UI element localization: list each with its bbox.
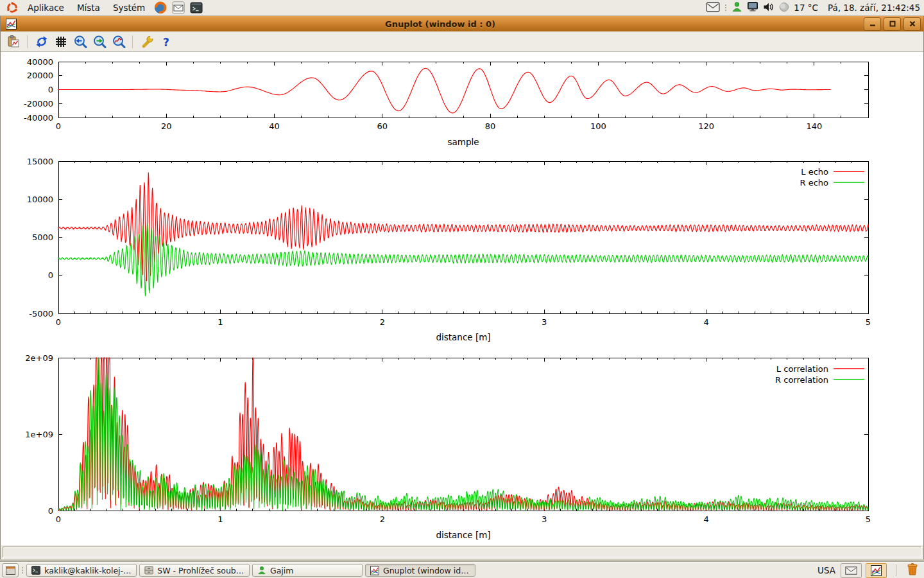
- tray-handle[interactable]: [724, 4, 727, 11]
- svg-text:4: 4: [703, 514, 708, 524]
- terminal-launcher-icon[interactable]: [189, 1, 203, 15]
- unzoom-icon[interactable]: [110, 33, 127, 50]
- close-button[interactable]: [903, 17, 921, 31]
- window-statusbar: [1, 545, 923, 559]
- series-chirp: [58, 68, 830, 113]
- svg-text:-5000: -5000: [29, 309, 53, 319]
- svg-text:2: 2: [380, 317, 385, 327]
- plot-canvas[interactable]: 020406080100120140-40000-200000200004000…: [1, 52, 923, 545]
- svg-text:0: 0: [56, 121, 61, 131]
- mail-launcher-icon[interactable]: [171, 1, 185, 15]
- maximize-button[interactable]: [884, 17, 901, 31]
- taskbar-right: USA: [817, 562, 922, 578]
- svg-text:?: ?: [163, 35, 169, 48]
- window-title: Gnuplot (window id : 0): [19, 19, 861, 29]
- svg-text:-40000: -40000: [24, 113, 53, 123]
- keyboard-layout-indicator[interactable]: USA: [817, 565, 835, 575]
- svg-text:5000: 5000: [32, 232, 53, 242]
- top-panel: Aplikace Místa Systém: [0, 0, 924, 16]
- gnuplot-toolbar: ?: [1, 31, 923, 52]
- menu-places[interactable]: Místa: [71, 1, 106, 14]
- task-label: Gnuplot (window id : 0): [383, 566, 470, 575]
- series-r-correlation: [58, 358, 868, 511]
- terminal-icon: [31, 566, 40, 575]
- mail-notify-icon[interactable]: [841, 563, 862, 578]
- trash-icon[interactable]: [905, 562, 920, 578]
- svg-text:20: 20: [161, 121, 172, 131]
- task-file-manager[interactable]: SW - Prohlížeč souborů: [139, 564, 250, 577]
- toolbar-separator: [27, 35, 28, 48]
- plots-svg: 020406080100120140-40000-200000200004000…: [1, 52, 924, 545]
- svg-text:10000: 10000: [27, 195, 53, 204]
- desktop: Aplikace Místa Systém: [0, 0, 924, 578]
- file-manager-icon: [144, 566, 153, 575]
- svg-text:distance [m]: distance [m]: [436, 332, 490, 342]
- ubuntu-logo-icon[interactable]: [5, 1, 19, 15]
- svg-text:R correlation: R correlation: [775, 375, 828, 385]
- statusbar-message: [3, 547, 921, 557]
- svg-text:1e+09: 1e+09: [25, 430, 53, 439]
- chart-correlation: 01234501e+092e+09distance [m]L correlati…: [25, 353, 871, 541]
- gnuplot-notify-icon[interactable]: [866, 563, 887, 578]
- firefox-launcher-icon[interactable]: [153, 1, 167, 15]
- svg-text:0: 0: [56, 514, 61, 524]
- task-terminal[interactable]: kaklik@kaklik-kolej-u...: [26, 564, 137, 577]
- display-tray-icon[interactable]: [747, 1, 758, 14]
- task-label: Gajim: [270, 566, 293, 575]
- svg-text:100: 100: [590, 121, 606, 131]
- task-gajim[interactable]: Gajim: [252, 564, 363, 577]
- gajim-status-icon[interactable]: [732, 1, 742, 14]
- weather-moon-icon[interactable]: [779, 2, 789, 14]
- system-tray: 17 °C Pá, 18. září, 21:42:45: [706, 1, 920, 14]
- taskbar-separator: [896, 565, 896, 576]
- svg-text:L echo: L echo: [801, 167, 828, 177]
- svg-text:1: 1: [218, 317, 223, 327]
- svg-text:sample: sample: [447, 137, 479, 147]
- svg-text:R echo: R echo: [800, 178, 828, 188]
- mail-tray-icon[interactable]: [706, 2, 720, 14]
- svg-text:2e+09: 2e+09: [25, 353, 53, 363]
- svg-text:40000: 40000: [27, 57, 53, 67]
- svg-text:0: 0: [48, 85, 53, 94]
- svg-text:2: 2: [380, 514, 385, 524]
- zoom-next-icon[interactable]: [90, 33, 108, 50]
- svg-text:0: 0: [48, 270, 53, 280]
- show-desktop-button[interactable]: [2, 563, 19, 577]
- minimize-button[interactable]: [864, 17, 881, 31]
- help-icon[interactable]: ?: [157, 33, 175, 50]
- window-titlebar[interactable]: Gnuplot (window id : 0): [1, 16, 923, 31]
- menu-applications[interactable]: Aplikace: [22, 1, 70, 14]
- bottom-panel: kaklik@kaklik-kolej-u... SW - Prohlížeč …: [0, 562, 924, 578]
- svg-text:120: 120: [698, 121, 714, 131]
- copy-to-clipboard-icon[interactable]: [4, 33, 22, 50]
- svg-text:5: 5: [866, 317, 871, 327]
- series-l-echo: [58, 173, 868, 281]
- replot-icon[interactable]: [33, 33, 50, 50]
- svg-text:80: 80: [485, 121, 496, 131]
- svg-text:40: 40: [269, 121, 280, 131]
- svg-text:distance [m]: distance [m]: [436, 530, 490, 540]
- tasklist-handle[interactable]: [21, 567, 24, 574]
- svg-text:1: 1: [218, 514, 223, 524]
- zoom-previous-icon[interactable]: [71, 33, 89, 50]
- task-gnuplot[interactable]: Gnuplot (window id : 0): [365, 564, 475, 577]
- menu-system[interactable]: Systém: [107, 1, 151, 14]
- svg-text:4: 4: [703, 317, 708, 327]
- svg-text:140: 140: [806, 121, 822, 131]
- chart-chirp: 020406080100120140-40000-200000200004000…: [24, 57, 868, 148]
- svg-text:0: 0: [48, 506, 53, 516]
- svg-text:60: 60: [377, 121, 388, 131]
- series-l-correlation: [58, 358, 868, 511]
- svg-text:15000: 15000: [27, 157, 53, 166]
- toggle-grid-icon[interactable]: [52, 33, 69, 50]
- svg-text:5: 5: [866, 514, 871, 524]
- temperature-label: 17 °C: [794, 3, 818, 13]
- clock-label[interactable]: Pá, 18. září, 21:42:45: [828, 3, 920, 13]
- task-label: kaklik@kaklik-kolej-u...: [44, 566, 132, 575]
- gnuplot-window-icon[interactable]: [6, 19, 17, 30]
- gnuplot-window: Gnuplot (window id : 0): [0, 16, 924, 559]
- toolbar-separator: [132, 35, 133, 48]
- configure-icon[interactable]: [138, 33, 155, 50]
- volume-tray-icon[interactable]: [763, 2, 774, 14]
- svg-text:L correlation: L correlation: [776, 364, 828, 374]
